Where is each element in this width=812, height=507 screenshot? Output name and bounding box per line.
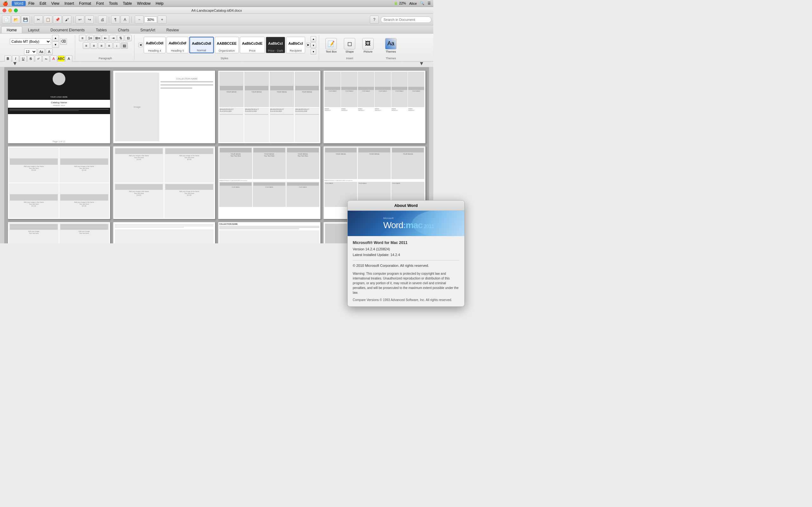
page-thumb-2[interactable]: Image COLLECTION NAME (113, 70, 216, 144)
page-thumb-3[interactable]: YOUR IMAGE YOUR IMAGE YOUR IMAGE YOUR IM… (218, 70, 321, 144)
search-input[interactable] (380, 16, 432, 23)
tab-layout[interactable]: Layout (22, 26, 45, 33)
zoom-in-button[interactable]: + (158, 15, 166, 24)
text-effects-button[interactable]: A (65, 55, 72, 62)
styles-expand-button[interactable]: ▲ (310, 36, 316, 42)
search-icon[interactable]: 🔍 (420, 1, 424, 5)
page-thumb-6[interactable]: Add your image in the frameYour text her… (113, 146, 216, 219)
underline-button[interactable]: U (20, 55, 27, 62)
align-left-button[interactable]: ≡ (83, 43, 90, 49)
page-thumb-4[interactable]: YOUR IMAGE YOUR IMAGE YOUR IMAGE YOUR IM… (323, 70, 426, 144)
undo-button[interactable]: ↩ (75, 15, 84, 24)
italic-button[interactable]: I (12, 55, 19, 62)
status-icons: 🔋 22% (394, 1, 406, 5)
page-thumb-10[interactable]: Add your image in the frame (113, 222, 216, 243)
themes-insert[interactable]: Aa Themes (383, 38, 399, 54)
zoom-input[interactable] (144, 16, 157, 23)
multilevel-list-button[interactable]: ⊞≡ (94, 35, 101, 41)
font-size-up-button[interactable]: ▲ (52, 35, 59, 41)
font-size-select[interactable]: 12 (24, 49, 37, 55)
page-thumb-1[interactable]: YOUR LOGO HERE Catalog Name SPRING 2014 … (8, 70, 110, 144)
paragraph-marks-button[interactable]: ¶ (111, 15, 120, 24)
zoom-out-button[interactable]: − (135, 15, 144, 24)
paste-button[interactable]: 📌 (53, 15, 62, 24)
font-color-button[interactable]: A (50, 55, 57, 62)
text-box-insert[interactable]: 📝 Text Box (323, 38, 339, 54)
menu-format[interactable]: Format (77, 1, 94, 6)
styles-menu-button[interactable]: ▼ (310, 49, 316, 55)
menu-insert[interactable]: Insert (62, 1, 77, 6)
styles-prev-button[interactable]: ◀ (138, 43, 143, 47)
menu-tools[interactable]: Tools (106, 1, 120, 6)
picture-insert[interactable]: 🖼 Picture (360, 38, 376, 54)
style-recipient[interactable]: AaBbCcI Recipient (286, 37, 305, 53)
bullets-button[interactable]: ≡ (79, 35, 86, 41)
tab-smartart[interactable]: SmartArt (135, 26, 160, 33)
tab-document-elements[interactable]: Document Elements (45, 26, 90, 33)
tab-home[interactable]: Home (1, 26, 22, 33)
save-button[interactable]: 💾 (21, 15, 30, 24)
text-box-icon: 📝 (325, 38, 337, 49)
strikethrough-button[interactable]: S (27, 55, 34, 62)
align-center-button[interactable]: ≡ (90, 43, 97, 49)
minimize-button[interactable] (8, 9, 12, 12)
menu-word[interactable]: Word (12, 1, 26, 6)
line-spacing-button[interactable]: ↕ (113, 43, 120, 49)
copy-button[interactable]: 📋 (44, 15, 52, 24)
font-size-down-button[interactable]: ▼ (52, 42, 59, 48)
menu-font[interactable]: Font (94, 1, 106, 6)
highlight-button[interactable]: ABC (58, 55, 65, 62)
apple-menu[interactable]: 🍎 (3, 1, 8, 6)
clear-format-button[interactable]: ⌫ (60, 38, 67, 45)
style-price[interactable]: AaBbCcDdE Price (240, 37, 265, 53)
justify-button[interactable]: ≡ (106, 43, 113, 49)
style-heading4[interactable]: AaBbCcDdI Heading 4 (144, 37, 165, 53)
style-heading5[interactable]: AaBbCcDdI Heading 5 (166, 37, 189, 53)
shading-button[interactable]: ▤ (121, 43, 128, 49)
tab-review[interactable]: Review (161, 26, 184, 33)
decrease-indent-button[interactable]: ⇤ (102, 35, 109, 41)
menu-icon[interactable]: ☰ (427, 1, 431, 5)
tab-charts[interactable]: Charts (113, 26, 135, 33)
sort-button[interactable]: ⇅ (117, 35, 124, 41)
formatting-button[interactable]: A (120, 15, 130, 24)
redo-button[interactable]: ↪ (85, 15, 94, 24)
style-organization[interactable]: AABBCCEE Organization (215, 37, 239, 53)
subscript-button[interactable]: x₂ (43, 55, 49, 62)
open-button[interactable]: 📂 (11, 15, 20, 24)
menu-window[interactable]: Window (135, 1, 153, 6)
page-thumb-9[interactable]: Add your imageYour text here Add your im… (8, 222, 110, 243)
styles-next-button[interactable]: ▶ (306, 43, 310, 47)
menu-edit[interactable]: Edit (37, 1, 49, 6)
styles-collapse-button[interactable]: ▼ (310, 43, 316, 48)
page-thumb-7[interactable]: YOUR IMAGEYour Text Here YOUR IMAGEYour … (218, 146, 321, 219)
close-button[interactable] (3, 9, 6, 12)
menu-help[interactable]: Help (153, 1, 166, 6)
clear-char-button[interactable]: A (46, 49, 53, 55)
menu-view[interactable]: View (49, 1, 62, 6)
print-button[interactable]: 🖨 (98, 15, 107, 24)
column-layout-button[interactable]: ⊟ (125, 35, 132, 41)
format-paint-button[interactable]: 🖌 (62, 15, 71, 24)
uppercase-button[interactable]: Aa (38, 49, 45, 55)
style-normal[interactable]: AaBbCcDdI Normal (189, 37, 214, 53)
shape-insert[interactable]: ◻ Shape (341, 38, 358, 54)
new-button[interactable]: 📄 (2, 15, 11, 24)
cut-button[interactable]: ✂ (34, 15, 43, 24)
tab-tables[interactable]: Tables (90, 26, 112, 33)
fullscreen-button[interactable] (14, 9, 18, 12)
font-family-select[interactable]: Calisto MT (Body) (10, 38, 51, 45)
bold-button[interactable]: B (4, 55, 11, 62)
about-body: Microsoft® Word for Mac 2011 Version 14.… (348, 236, 433, 243)
superscript-button[interactable]: x² (35, 55, 42, 62)
ribbon-tabs: Home Layout Document Elements Tables Cha… (0, 25, 433, 34)
page-thumb-5[interactable]: Add your image in the frameYour text her… (8, 146, 110, 219)
page-thumb-11[interactable]: COLLECTION NAME Add your image in the fr… (218, 222, 321, 243)
menu-table[interactable]: Table (120, 1, 135, 6)
numbering-button[interactable]: 1≡ (87, 35, 94, 41)
increase-indent-button[interactable]: ⇥ (109, 35, 116, 41)
style-price-dark[interactable]: AaBbCcI Price - Dark (266, 37, 286, 53)
help-button[interactable]: ? (370, 15, 379, 24)
align-right-button[interactable]: ≡ (98, 43, 105, 49)
menu-file[interactable]: File (26, 1, 37, 6)
